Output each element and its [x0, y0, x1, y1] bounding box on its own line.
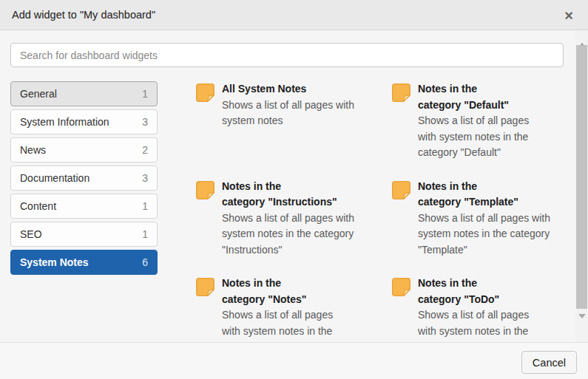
category-count: 6 [142, 256, 148, 268]
category-label: Documentation [20, 172, 89, 184]
sidebar-item-documentation[interactable]: Documentation 3 [10, 165, 158, 191]
category-count: 3 [142, 116, 148, 128]
widget-text: Notes in the category "Default" Shows a … [418, 81, 529, 161]
widget-notes-category-template[interactable]: Notes in the category "Template" Shows a… [391, 179, 587, 259]
category-label: SEO [20, 228, 42, 240]
add-widget-dialog: Add widget to "My dashboard" × General 1… [0, 0, 588, 379]
widget-notes-category-default[interactable]: Notes in the category "Default" Shows a … [391, 81, 587, 161]
widget-description: Shows a list of all pages with system no… [222, 211, 354, 259]
scrollbar-thumb[interactable] [576, 45, 587, 309]
sticky-note-icon [391, 83, 411, 103]
widget-title: Notes in the category "Default" [418, 81, 529, 113]
category-label: System Information [20, 116, 109, 128]
category-count: 1 [142, 88, 148, 100]
category-count: 3 [142, 172, 148, 184]
widget-notes-category-instructions[interactable]: Notes in the category "Instructions" Sho… [195, 179, 391, 259]
widget-text: Notes in the category "Notes" Shows a li… [222, 276, 333, 342]
sidebar-item-news[interactable]: News 2 [10, 137, 158, 163]
scroll-down-button[interactable] [575, 318, 588, 330]
category-label: News [20, 144, 46, 156]
sticky-note-icon [391, 180, 411, 200]
scroll-down-icon [578, 314, 586, 330]
widget-title: Notes in the category "Template" [418, 179, 550, 211]
category-label: System Notes [20, 256, 89, 268]
category-list: General 1 System Information 3 News 2 Do… [10, 81, 158, 278]
category-label: Content [20, 200, 56, 212]
dialog-header: Add widget to "My dashboard" × [0, 0, 588, 30]
category-count: 2 [142, 144, 148, 156]
sidebar-item-content[interactable]: Content 1 [10, 194, 158, 219]
widget-text: Notes in the category "Instructions" Sho… [222, 179, 354, 259]
search-input[interactable] [10, 43, 564, 67]
close-icon: × [564, 7, 573, 24]
widget-description: Shows a list of all pages with system no… [222, 98, 354, 129]
widget-all-system-notes[interactable]: All System Notes Shows a list of all pag… [195, 81, 391, 129]
widget-description: Shows a list of all pages with system no… [222, 307, 333, 342]
widget-title: All System Notes [222, 81, 354, 98]
scroll-up-button[interactable] [575, 31, 588, 44]
dialog-title: Add widget to "My dashboard" [12, 9, 155, 21]
widget-description: Shows a list of all pages with system no… [418, 211, 550, 259]
widget-title: Notes in the category "ToDo" [418, 276, 529, 307]
cancel-button[interactable]: Cancel [521, 351, 577, 374]
close-button[interactable]: × [558, 5, 579, 26]
dialog-footer: Cancel [0, 342, 588, 379]
sidebar-item-system-notes[interactable]: System Notes 6 [10, 250, 158, 275]
sticky-note-icon [195, 83, 215, 103]
category-count: 1 [142, 200, 148, 212]
widget-title: Notes in the category "Instructions" [222, 179, 354, 211]
category-count: 1 [142, 228, 148, 240]
widget-notes-category-todo[interactable]: Notes in the category "ToDo" Shows a lis… [391, 276, 587, 342]
widget-grid: All System Notes Shows a list of all pag… [195, 81, 587, 342]
sidebar-item-system-information[interactable]: System Information 3 [10, 109, 158, 134]
sticky-note-icon [391, 277, 411, 297]
widget-text: All System Notes Shows a list of all pag… [222, 81, 354, 129]
sidebar-item-seo[interactable]: SEO 1 [10, 222, 158, 247]
category-label: General [20, 88, 57, 100]
widget-notes-category-notes[interactable]: Notes in the category "Notes" Shows a li… [195, 276, 391, 342]
dialog-body: General 1 System Information 3 News 2 Do… [0, 31, 588, 342]
widget-text: Notes in the category "Template" Shows a… [418, 179, 550, 259]
widget-title: Notes in the category "Notes" [222, 276, 333, 307]
widget-description: Shows a list of all pages with system no… [418, 113, 529, 161]
widget-text: Notes in the category "ToDo" Shows a lis… [418, 276, 529, 342]
sticky-note-icon [195, 180, 215, 200]
widget-description: Shows a list of all pages with system no… [418, 307, 529, 342]
vertical-scrollbar[interactable] [575, 31, 588, 342]
sidebar-item-general[interactable]: General 1 [10, 81, 158, 106]
sticky-note-icon [195, 277, 215, 297]
